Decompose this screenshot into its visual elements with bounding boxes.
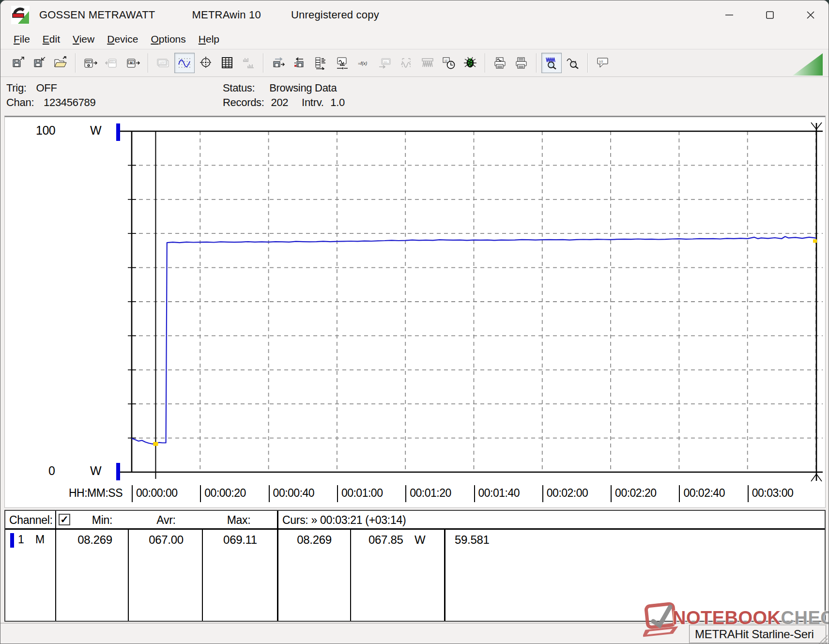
svg-text:321: 321 — [110, 61, 114, 63]
folder-open-icon — [53, 56, 68, 70]
print-graph-icon — [493, 56, 507, 70]
meter-display-icon: 321 — [378, 56, 392, 70]
open-file-button[interactable] — [50, 53, 71, 73]
channel-list-icon — [314, 56, 328, 70]
x-axis-tick-label: 00:02:00 — [542, 485, 588, 502]
cell-cursor-delta: 59.581 — [455, 533, 490, 547]
svg-text:=f(x): =f(x) — [358, 61, 367, 66]
read-memory-button[interactable]: M — [123, 53, 143, 73]
annotation-button[interactable]: 1/2 — [593, 53, 613, 73]
print-button[interactable] — [511, 53, 532, 73]
callout-icon: 1/2 — [596, 56, 610, 70]
col-header-channel: Channel: — [9, 514, 53, 527]
channel-range-marker-top[interactable] — [116, 123, 120, 141]
y-axis-max-label: 100 — [36, 123, 55, 138]
envelope-button[interactable] — [417, 53, 438, 73]
wave-cursors-icon — [399, 56, 414, 70]
memory-read-icon: M — [126, 56, 140, 70]
device-settings-button[interactable] — [268, 53, 289, 73]
cell-avr: 067.00 — [149, 533, 184, 547]
cell-max: 069.11 — [223, 533, 257, 547]
x-axis-tick-label: 00:01:40 — [474, 485, 520, 502]
debug-button[interactable] — [460, 53, 480, 73]
y-axis-unit-top: W — [90, 123, 101, 138]
channel-config-button[interactable] — [311, 53, 331, 73]
toolbar-separator — [263, 53, 264, 73]
channel-visible-checkbox[interactable]: ✓ — [59, 514, 70, 525]
x-axis-tick-label: 00:02:20 — [611, 485, 657, 502]
xy-chart-button[interactable] — [196, 53, 216, 73]
plot-area[interactable] — [5, 117, 826, 508]
zoom-out-button[interactable] — [563, 53, 583, 73]
menu-view[interactable]: View — [66, 31, 101, 47]
menu-file[interactable]: File — [7, 31, 36, 47]
online-display-button[interactable] — [332, 53, 353, 73]
svg-text:12: 12 — [445, 59, 448, 62]
title-app-name: METRAwin 10 — [192, 9, 261, 21]
floppy-out-icon — [11, 56, 25, 70]
read-device-button[interactable]: 321 — [80, 53, 101, 73]
minimize-button[interactable] — [718, 5, 740, 25]
histogram-icon — [241, 56, 256, 70]
trend-chart-button[interactable] — [174, 53, 195, 73]
meter-read-icon: 321 — [83, 56, 98, 70]
app-window: GOSSEN METRAWATT METRAwin 10 Unregistere… — [0, 0, 829, 644]
menu-bar: File Edit View Device Options Help — [0, 30, 829, 49]
device-status-panel: METRAHit Starline-Seri — [689, 625, 827, 644]
svg-text:321: 321 — [384, 61, 388, 63]
channel-value: 123456789 — [44, 96, 95, 108]
histogram-button[interactable] — [238, 53, 259, 73]
numeric-display-button[interactable]: 1257 — [153, 53, 173, 73]
table-col-line — [350, 530, 351, 621]
menu-help[interactable]: Help — [192, 31, 226, 47]
x-axis-tick-label: 00:02:40 — [679, 485, 725, 502]
y-axis-min-label: 0 — [48, 464, 55, 478]
save-as-button[interactable] — [29, 53, 49, 73]
table-col-line — [444, 530, 445, 621]
info-panel: Trig: OFF Chan: 123456789 Status: Browsi… — [0, 77, 829, 116]
time-setup-button[interactable]: 12 — [439, 53, 459, 73]
svg-text:1/2: 1/2 — [599, 60, 603, 63]
print-chart-button[interactable] — [490, 53, 510, 73]
close-button[interactable] — [799, 5, 822, 25]
app-logo-icon — [11, 6, 30, 24]
chart-panel: 100 W 0 W HH:MM:SS 00:00:0000:00:2000:00… — [4, 116, 826, 508]
menu-edit[interactable]: Edit — [36, 31, 66, 47]
green-triangle-watermark — [793, 53, 823, 76]
title-bar: GOSSEN METRAWATT METRAwin 10 Unregistere… — [0, 0, 829, 30]
cell-channel-id: 1 — [18, 533, 24, 546]
zoom-in-button[interactable] — [541, 53, 562, 73]
checkmark-icon: ✓ — [60, 514, 69, 525]
records-value: 202 — [271, 96, 288, 108]
interval-value: 1.0 — [330, 96, 345, 108]
interval-label: Intrv. — [302, 96, 323, 108]
menu-device[interactable]: Device — [101, 31, 144, 47]
y-axis-unit-bottom: W — [90, 464, 101, 478]
meter-display-button[interactable]: 321 — [375, 53, 395, 73]
table-col-line — [202, 530, 203, 621]
wave-cursor-button[interactable] — [396, 53, 416, 73]
table-view-button[interactable] — [217, 53, 237, 73]
x-axis-tick-label: 00:01:20 — [405, 485, 451, 502]
toolbar-separator — [148, 53, 149, 73]
write-device-button[interactable]: 321 — [102, 53, 122, 73]
channel-label: Chan: — [6, 96, 34, 108]
trigger-value: OFF — [36, 82, 57, 94]
store-settings-button[interactable] — [290, 53, 310, 73]
data-table-icon — [220, 56, 234, 70]
status-label: Status: — [223, 82, 255, 94]
status-value: Browsing Data — [269, 82, 337, 94]
monitor-icon — [335, 56, 350, 70]
channel-range-marker-bottom[interactable] — [116, 463, 120, 480]
formula-button[interactable]: =f(x) — [353, 53, 374, 73]
svg-text:M: M — [130, 61, 133, 64]
crosshair-icon — [199, 56, 213, 70]
device-store-icon — [292, 56, 307, 70]
menu-options[interactable]: Options — [144, 31, 192, 47]
maximize-button[interactable] — [759, 5, 781, 25]
table-col-line — [277, 511, 278, 621]
x-axis-tick-label: 00:00:00 — [132, 485, 178, 502]
x-axis-tick-label: 00:00:20 — [200, 485, 246, 502]
toolbar-separator — [587, 53, 588, 73]
save-button[interactable] — [8, 53, 28, 73]
